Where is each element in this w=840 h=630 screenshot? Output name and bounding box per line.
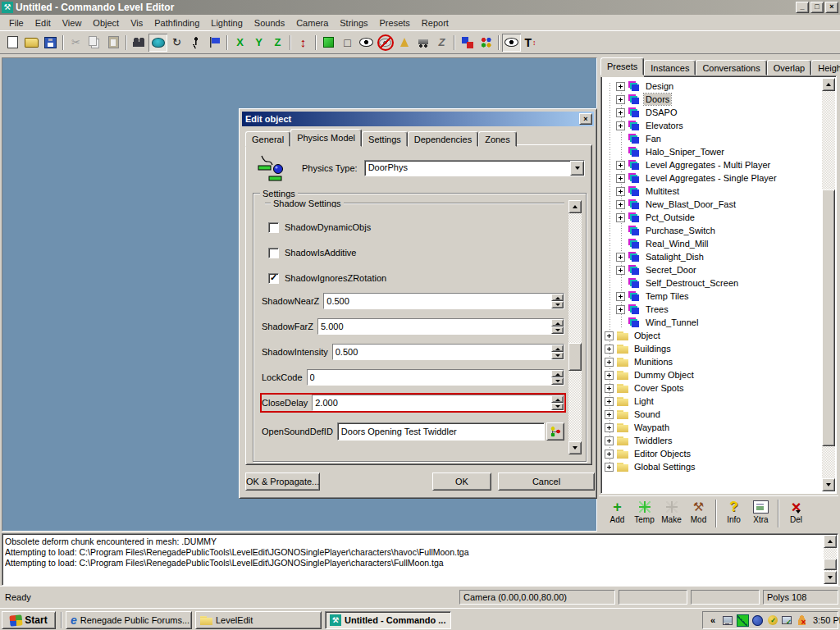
tree-item-label[interactable]: Real_Wind_Mill bbox=[644, 238, 710, 249]
checkbox[interactable] bbox=[268, 222, 279, 233]
tray-network-icon[interactable] bbox=[736, 614, 749, 627]
new-file-icon[interactable] bbox=[3, 34, 22, 52]
snap-angle-icon[interactable] bbox=[432, 34, 451, 52]
spinner[interactable] bbox=[551, 345, 564, 359]
tree-row[interactable]: Purchase_Switch bbox=[603, 224, 821, 237]
menu-item[interactable]: View bbox=[57, 16, 88, 30]
task-button[interactable]: Renegade Public Forums... bbox=[66, 611, 192, 629]
expand-toggle[interactable] bbox=[616, 213, 625, 222]
colored-dots-icon[interactable] bbox=[477, 34, 495, 52]
scroll-up-button[interactable] bbox=[822, 78, 835, 91]
tree-item-label[interactable]: Secret_Door bbox=[644, 264, 698, 276]
browse-preset-tree-icon[interactable] bbox=[546, 422, 564, 441]
expand-toggle[interactable] bbox=[605, 463, 614, 472]
tree-row[interactable]: Secret_Door bbox=[603, 263, 821, 276]
text-tool-icon[interactable] bbox=[521, 34, 540, 52]
tray-sync-icon[interactable] bbox=[780, 614, 793, 627]
expand-toggle[interactable] bbox=[605, 397, 614, 406]
expand-toggle[interactable] bbox=[605, 436, 614, 445]
expand-toggle[interactable] bbox=[616, 226, 625, 235]
tree-row[interactable]: New_Blast_Door_Fast bbox=[603, 198, 821, 211]
field-input[interactable] bbox=[308, 370, 551, 385]
menu-item[interactable]: Report bbox=[416, 16, 454, 30]
expand-toggle[interactable] bbox=[616, 266, 625, 275]
dialog-tab[interactable]: General bbox=[245, 131, 290, 147]
tray-audio-icon[interactable] bbox=[721, 614, 734, 627]
tree-item-label[interactable]: Global Settings bbox=[632, 461, 697, 472]
tree-row[interactable]: Self_Destrouct_Screen bbox=[603, 276, 821, 290]
dialog-tab[interactable]: Dependencies bbox=[408, 131, 478, 147]
xtra-button[interactable]: Xtra bbox=[747, 499, 774, 524]
task-button[interactable]: LevelEdit bbox=[195, 611, 322, 629]
expand-toggle[interactable] bbox=[616, 135, 625, 144]
tree-row[interactable]: Munitions bbox=[603, 355, 821, 368]
tree-row[interactable]: Buildings bbox=[603, 342, 821, 355]
menu-item[interactable]: Lighting bbox=[205, 16, 249, 30]
menu-item[interactable]: Strings bbox=[334, 16, 373, 30]
spin-up-icon[interactable] bbox=[551, 294, 564, 301]
make-preset-button[interactable]: Make bbox=[658, 499, 685, 524]
menu-item[interactable]: Sounds bbox=[249, 16, 290, 30]
tree-row[interactable]: Level Aggregates - Single Player bbox=[603, 171, 821, 185]
render-mode-icon[interactable] bbox=[148, 34, 167, 52]
expand-toggle[interactable] bbox=[605, 358, 614, 367]
expand-toggle[interactable] bbox=[616, 279, 625, 288]
scroll-thumb[interactable] bbox=[824, 559, 837, 570]
tree-item-label[interactable]: Sound bbox=[632, 409, 662, 420]
axis-x-icon[interactable] bbox=[231, 34, 249, 52]
field-input[interactable] bbox=[333, 345, 551, 359]
tree-item-label[interactable]: Design bbox=[644, 80, 675, 92]
solid-view-icon[interactable] bbox=[319, 34, 338, 52]
show-objects-icon[interactable] bbox=[357, 34, 376, 52]
tree-row[interactable]: Wind_Tunnel bbox=[603, 316, 821, 329]
minimize-button[interactable]: _ bbox=[796, 2, 809, 13]
expand-toggle[interactable] bbox=[616, 108, 625, 117]
open-file-icon[interactable] bbox=[22, 34, 41, 52]
taskbar-clock[interactable]: 3:50 PM bbox=[813, 615, 840, 625]
add-preset-button[interactable]: Add bbox=[604, 499, 631, 524]
tree-item-label[interactable]: DSAPO bbox=[644, 107, 679, 118]
info-button[interactable]: Info bbox=[720, 499, 747, 524]
spinner[interactable] bbox=[551, 370, 564, 385]
spin-down-icon[interactable] bbox=[551, 326, 564, 334]
expand-toggle[interactable] bbox=[616, 174, 625, 183]
xtra-dropdown-arrow[interactable] bbox=[793, 504, 802, 520]
task-button[interactable]: Untitled - Commando ... bbox=[325, 611, 451, 629]
panel-tab[interactable]: Conversations bbox=[696, 60, 766, 75]
hide-objects-icon[interactable] bbox=[376, 34, 395, 52]
expand-toggle[interactable] bbox=[616, 187, 625, 196]
tree-row[interactable]: Doors bbox=[603, 93, 821, 106]
tree-row[interactable]: Dummy Object bbox=[603, 368, 821, 381]
tree-item-label[interactable]: Multitest bbox=[644, 185, 681, 197]
save-icon[interactable] bbox=[41, 34, 60, 52]
tree-item-label[interactable]: Purchase_Switch bbox=[644, 225, 717, 236]
colored-cubes-icon[interactable] bbox=[458, 34, 477, 52]
modify-preset-button[interactable]: Mod bbox=[685, 499, 712, 524]
expand-toggle[interactable] bbox=[616, 121, 625, 130]
start-button[interactable]: Start bbox=[2, 611, 56, 629]
tree-row[interactable]: Sound bbox=[603, 408, 821, 421]
field-input[interactable] bbox=[324, 294, 551, 308]
tree-row[interactable]: Elevators bbox=[603, 119, 821, 132]
expand-toggle[interactable] bbox=[605, 384, 614, 393]
tree-row[interactable]: Global Settings bbox=[603, 460, 821, 473]
tree-item-label[interactable]: Level Aggregates - Multi Player bbox=[644, 159, 772, 171]
spin-down-icon[interactable] bbox=[551, 352, 564, 359]
tree-item-label[interactable]: Elevators bbox=[644, 120, 685, 131]
menu-item[interactable]: File bbox=[3, 16, 30, 30]
spinner[interactable] bbox=[551, 294, 564, 308]
spinner[interactable] bbox=[551, 395, 564, 410]
spin-up-icon[interactable] bbox=[551, 345, 564, 352]
tree-item-label[interactable]: Editor Objects bbox=[632, 448, 692, 459]
expand-toggle[interactable] bbox=[616, 253, 625, 262]
tree-item-label[interactable]: Doors bbox=[644, 94, 671, 105]
menu-item[interactable]: Object bbox=[87, 16, 125, 30]
tree-row[interactable]: Light bbox=[603, 395, 821, 408]
spin-down-icon[interactable] bbox=[551, 301, 564, 308]
tree-item-label[interactable]: Self_Destrouct_Screen bbox=[644, 277, 740, 289]
dialog-tab[interactable]: Physics Model bbox=[290, 129, 362, 147]
expand-toggle[interactable] bbox=[616, 82, 625, 91]
tray-user-offline-icon[interactable] bbox=[795, 614, 808, 627]
tree-item-label[interactable]: Satalight_Dish bbox=[644, 251, 705, 262]
spin-up-icon[interactable] bbox=[551, 395, 564, 403]
